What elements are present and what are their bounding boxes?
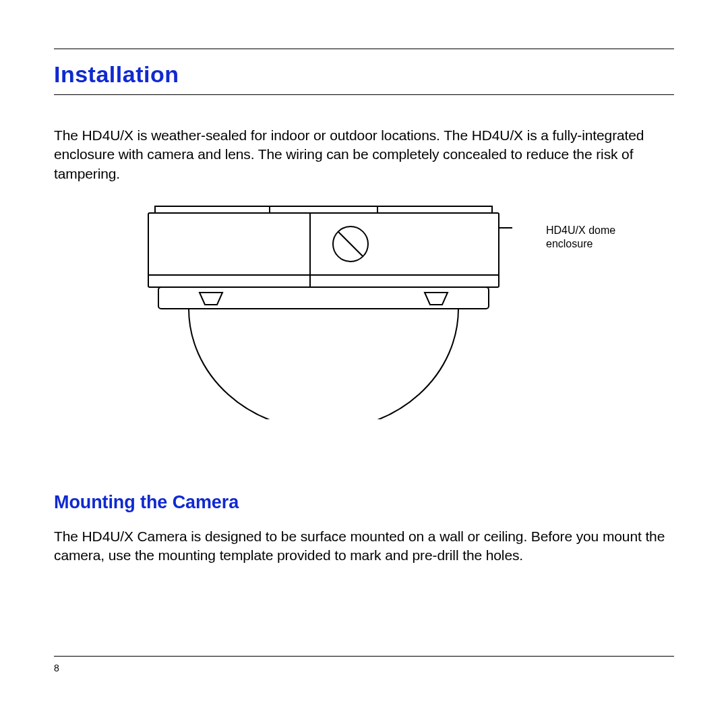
subsection-heading: Mounting the Camera xyxy=(54,492,674,513)
rule-top xyxy=(54,49,674,49)
figure-callout-label: HD4U/X dome enclosure xyxy=(546,224,615,251)
intro-paragraph: The HD4U/X is weather-sealed for indoor … xyxy=(54,126,674,183)
rule-bottom xyxy=(54,94,674,95)
page: Installation The HD4U/X is weather-seale… xyxy=(0,0,728,728)
page-number: 8 xyxy=(54,663,59,673)
subsection-paragraph: The HD4U/X Camera is designed to be surf… xyxy=(54,527,674,566)
svg-rect-8 xyxy=(158,287,489,309)
footer-rule xyxy=(54,656,674,657)
page-footer: 8 xyxy=(54,656,674,674)
svg-line-6 xyxy=(338,232,363,256)
section-heading: Installation xyxy=(54,61,674,88)
dome-camera-illustration xyxy=(135,204,512,419)
figure-dome-enclosure: HD4U/X dome enclosure xyxy=(135,204,647,433)
svg-rect-0 xyxy=(155,206,492,213)
svg-rect-3 xyxy=(148,213,499,287)
